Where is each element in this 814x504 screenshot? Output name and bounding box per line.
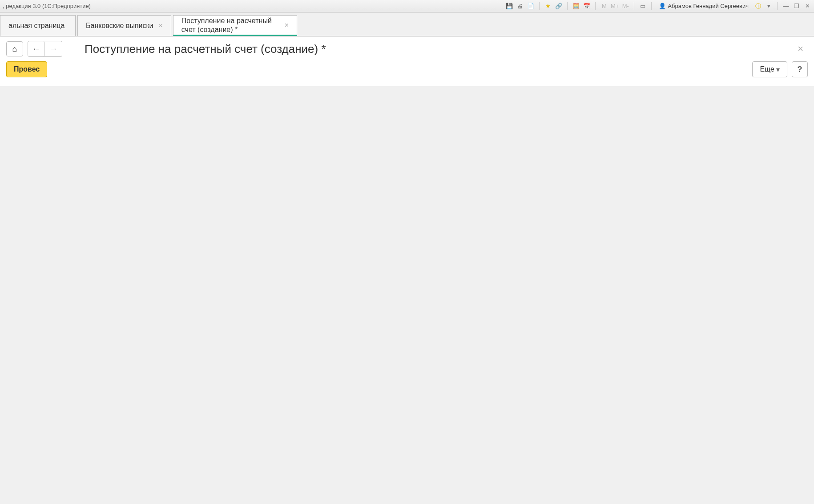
star-icon[interactable]: ★ bbox=[544, 2, 552, 10]
divider bbox=[567, 2, 568, 10]
divider bbox=[595, 2, 596, 10]
more-button[interactable]: Еще bbox=[752, 61, 787, 77]
tab-close-icon[interactable]: × bbox=[285, 21, 289, 29]
page-close-icon[interactable]: × bbox=[793, 43, 808, 55]
app-title: , редакция 3.0 (1С:Предприятие) bbox=[3, 3, 91, 9]
user-icon: 👤 bbox=[659, 3, 666, 9]
nav-row: ⌂ ← → Поступление на расчетный счет (соз… bbox=[6, 41, 808, 57]
divider bbox=[651, 2, 652, 10]
save-icon[interactable]: 💾 bbox=[505, 2, 513, 10]
doc-icon[interactable]: 📄 bbox=[527, 2, 535, 10]
tab-bank-statements[interactable]: Банковские выписки × bbox=[77, 15, 171, 36]
panels-icon[interactable]: ▭ bbox=[639, 2, 647, 10]
tab-main[interactable]: альная страница bbox=[0, 15, 76, 36]
tab-label: Поступление на расчетный счет (создание)… bbox=[181, 16, 279, 33]
calc-icon[interactable]: 🧮 bbox=[572, 2, 580, 10]
tab-receipt[interactable]: Поступление на расчетный счет (создание)… bbox=[173, 15, 297, 36]
info-icon[interactable]: ⓘ bbox=[754, 2, 762, 10]
home-button[interactable]: ⌂ bbox=[6, 41, 23, 56]
divider bbox=[634, 2, 634, 10]
help-button[interactable]: ? bbox=[792, 61, 808, 77]
close-icon[interactable]: ✕ bbox=[803, 2, 811, 10]
divider bbox=[539, 2, 540, 10]
post-button[interactable]: Провес bbox=[6, 61, 47, 77]
app-titlebar: , редакция 3.0 (1С:Предприятие) 💾 🖨 📄 ★ … bbox=[0, 0, 814, 12]
dropdown-icon[interactable]: ▾ bbox=[765, 2, 773, 10]
divider bbox=[777, 2, 778, 10]
m-plus-icon[interactable]: M+ bbox=[611, 2, 619, 10]
page-title: Поступление на расчетный счет (создание)… bbox=[85, 42, 326, 56]
user-name: Абрамов Геннадий Сергеевич bbox=[668, 3, 749, 9]
tabs-row: альная страница Банковские выписки × Пос… bbox=[0, 12, 814, 36]
back-button[interactable]: ← bbox=[28, 41, 45, 56]
page-area: ⌂ ← → Поступление на расчетный счет (соз… bbox=[0, 36, 814, 86]
restore-icon[interactable]: ❐ bbox=[793, 2, 801, 10]
tab-label: Банковские выписки bbox=[86, 21, 153, 30]
m-icon[interactable]: M bbox=[600, 2, 608, 10]
tab-close-icon[interactable]: × bbox=[158, 22, 162, 30]
titlebar-toolbar: 💾 🖨 📄 ★ 🔗 🧮 📅 M M+ M- ▭ 👤 Абрамов Геннад… bbox=[505, 2, 811, 10]
calendar-icon[interactable]: 📅 bbox=[583, 2, 591, 10]
minimize-icon[interactable]: — bbox=[782, 2, 790, 10]
link-icon[interactable]: 🔗 bbox=[555, 2, 563, 10]
print-icon[interactable]: 🖨 bbox=[516, 2, 524, 10]
m-minus-icon[interactable]: M- bbox=[621, 2, 629, 10]
forward-button[interactable]: → bbox=[45, 41, 62, 56]
user-block[interactable]: 👤 Абрамов Геннадий Сергеевич bbox=[656, 3, 751, 9]
tab-label: альная страница bbox=[8, 21, 64, 30]
toolbar-row: Провес Еще ? bbox=[6, 61, 808, 77]
